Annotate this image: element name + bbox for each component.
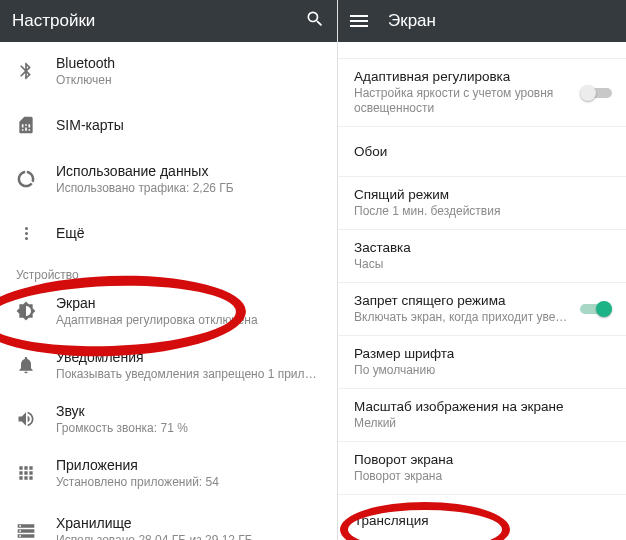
item-wallpaper[interactable]: Обои [338, 127, 626, 177]
item-sub: Мелкий [354, 416, 612, 431]
notifications-icon [16, 355, 56, 375]
item-label: Спящий режим [354, 187, 612, 202]
item-more[interactable]: Ещё [0, 206, 337, 260]
item-label: Поворот экрана [354, 452, 612, 467]
item-rotation[interactable]: Поворот экрана Поворот экрана [338, 442, 626, 495]
item-sub: Установлено приложений: 54 [56, 475, 321, 489]
item-label: Трансляция [354, 513, 612, 528]
item-sub: Включать экран, когда приходит уведомлен… [354, 310, 572, 325]
item-sub: После 1 мин. бездействия [354, 204, 612, 219]
more-icon [16, 227, 56, 240]
item-label: Хранилище [56, 515, 321, 531]
section-device: Устройство [0, 260, 337, 284]
item-sub: Громкость звонка: 71 % [56, 421, 321, 435]
item-label: Bluetooth [56, 55, 321, 71]
item-font-size[interactable]: Размер шрифта По умолчанию [338, 336, 626, 389]
item-sub: Адаптивная регулировка отключена [56, 313, 321, 327]
item-sub: По умолчанию [354, 363, 612, 378]
item-label: Заставка [354, 240, 612, 255]
item-label: Размер шрифта [354, 346, 612, 361]
item-display[interactable]: Экран Адаптивная регулировка отключена [0, 284, 337, 338]
item-label: Приложения [56, 457, 321, 473]
item-label: Адаптивная регулировка [354, 69, 572, 84]
item-sub: Часы [354, 257, 612, 272]
item-label: Использование данных [56, 163, 321, 179]
item-storage[interactable]: Хранилище Использовано 28,04 ГБ из 29,12… [0, 500, 337, 540]
item-label: Ещё [56, 225, 321, 241]
item-sub: Отключен [56, 73, 321, 87]
item-label: Уведомления [56, 349, 321, 365]
item-label: Обои [354, 144, 612, 159]
storage-icon [16, 521, 56, 541]
item-sub: Настройка яркости с учетом уровня освеще… [354, 86, 572, 116]
item-notifications[interactable]: Уведомления Показывать уведомления запре… [0, 338, 337, 392]
item-sub: Поворот экрана [354, 469, 612, 484]
item-label: Экран [56, 295, 321, 311]
item-data-usage[interactable]: Использование данных Использовано трафик… [0, 152, 337, 206]
item-sub: Показывать уведомления запрещено 1 прило… [56, 367, 321, 381]
sim-icon [16, 115, 56, 135]
item-adaptive[interactable]: Адаптивная регулировка Настройка яркости… [338, 59, 626, 127]
item-apps[interactable]: Приложения Установлено приложений: 54 [0, 446, 337, 500]
item-brightness-cutoff[interactable] [338, 44, 626, 59]
item-sim[interactable]: SIM-карты [0, 98, 337, 152]
display-icon [16, 301, 56, 321]
settings-panel: Настройки Bluetooth Отключен SIM-карты [0, 0, 338, 540]
appbar-display: Экран [338, 0, 626, 42]
data-usage-icon [16, 169, 56, 189]
item-label: Масштаб изображения на экране [354, 399, 612, 414]
switch-ambient[interactable] [580, 301, 612, 317]
display-panel: Экран Адаптивная регулировка Настройка я… [338, 0, 626, 540]
display-list: Адаптивная регулировка Настройка яркости… [338, 42, 626, 540]
appbar-title: Настройки [12, 11, 305, 31]
item-display-size[interactable]: Масштаб изображения на экране Мелкий [338, 389, 626, 442]
appbar-settings: Настройки [0, 0, 337, 42]
item-label: Звук [56, 403, 321, 419]
item-screensaver[interactable]: Заставка Часы [338, 230, 626, 283]
switch-adaptive[interactable] [580, 85, 612, 101]
item-label: Запрет спящего режима [354, 293, 572, 308]
item-label: SIM-карты [56, 117, 321, 133]
item-ambient[interactable]: Запрет спящего режима Включать экран, ко… [338, 283, 626, 336]
item-bluetooth[interactable]: Bluetooth Отключен [0, 44, 337, 98]
menu-icon[interactable] [350, 15, 368, 27]
settings-list: Bluetooth Отключен SIM-карты Использован… [0, 42, 337, 540]
bluetooth-icon [16, 61, 56, 81]
item-sound[interactable]: Звук Громкость звонка: 71 % [0, 392, 337, 446]
item-sub: Использовано 28,04 ГБ из 29,12 ГБ [56, 533, 321, 541]
item-sleep[interactable]: Спящий режим После 1 мин. бездействия [338, 177, 626, 230]
apps-icon [16, 463, 56, 483]
sound-icon [16, 409, 56, 429]
appbar-title: Экран [388, 11, 614, 31]
item-cast[interactable]: Трансляция [338, 495, 626, 540]
item-sub: Использовано трафика: 2,26 ГБ [56, 181, 321, 195]
search-icon[interactable] [305, 9, 325, 33]
